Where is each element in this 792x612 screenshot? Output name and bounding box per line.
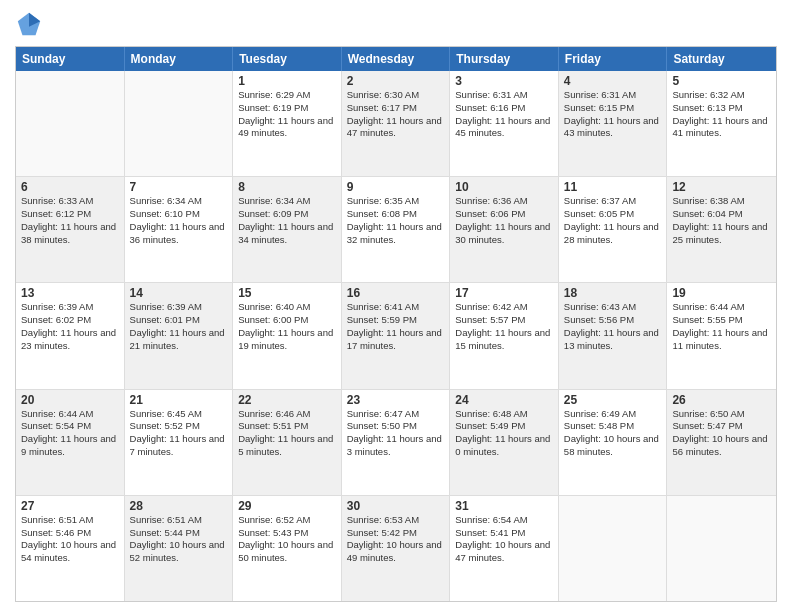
calendar-cell: 17Sunrise: 6:42 AMSunset: 5:57 PMDayligh… (450, 283, 559, 388)
calendar-cell: 3Sunrise: 6:31 AMSunset: 6:16 PMDaylight… (450, 71, 559, 176)
calendar-cell: 25Sunrise: 6:49 AMSunset: 5:48 PMDayligh… (559, 390, 668, 495)
day-number: 12 (672, 180, 771, 194)
day-number: 26 (672, 393, 771, 407)
day-number: 27 (21, 499, 119, 513)
daylight-text: Daylight: 10 hours and 58 minutes. (564, 433, 662, 459)
calendar-cell (559, 496, 668, 601)
sunset-text: Sunset: 6:15 PM (564, 102, 662, 115)
page: SundayMondayTuesdayWednesdayThursdayFrid… (0, 0, 792, 612)
calendar-cell: 9Sunrise: 6:35 AMSunset: 6:08 PMDaylight… (342, 177, 451, 282)
daylight-text: Daylight: 11 hours and 0 minutes. (455, 433, 553, 459)
calendar-cell (16, 71, 125, 176)
sunrise-text: Sunrise: 6:31 AM (564, 89, 662, 102)
daylight-text: Daylight: 11 hours and 9 minutes. (21, 433, 119, 459)
day-number: 7 (130, 180, 228, 194)
sunrise-text: Sunrise: 6:47 AM (347, 408, 445, 421)
sunrise-text: Sunrise: 6:49 AM (564, 408, 662, 421)
calendar-cell: 28Sunrise: 6:51 AMSunset: 5:44 PMDayligh… (125, 496, 234, 601)
sunset-text: Sunset: 6:05 PM (564, 208, 662, 221)
daylight-text: Daylight: 11 hours and 21 minutes. (130, 327, 228, 353)
day-number: 21 (130, 393, 228, 407)
day-number: 18 (564, 286, 662, 300)
sunset-text: Sunset: 6:01 PM (130, 314, 228, 327)
day-number: 9 (347, 180, 445, 194)
day-number: 31 (455, 499, 553, 513)
daylight-text: Daylight: 11 hours and 15 minutes. (455, 327, 553, 353)
daylight-text: Daylight: 11 hours and 17 minutes. (347, 327, 445, 353)
day-number: 8 (238, 180, 336, 194)
calendar-cell: 10Sunrise: 6:36 AMSunset: 6:06 PMDayligh… (450, 177, 559, 282)
header (15, 10, 777, 38)
sunrise-text: Sunrise: 6:41 AM (347, 301, 445, 314)
calendar-cell: 4Sunrise: 6:31 AMSunset: 6:15 PMDaylight… (559, 71, 668, 176)
sunrise-text: Sunrise: 6:43 AM (564, 301, 662, 314)
day-number: 10 (455, 180, 553, 194)
sunset-text: Sunset: 5:57 PM (455, 314, 553, 327)
sunrise-text: Sunrise: 6:30 AM (347, 89, 445, 102)
day-number: 30 (347, 499, 445, 513)
day-number: 15 (238, 286, 336, 300)
daylight-text: Daylight: 10 hours and 56 minutes. (672, 433, 771, 459)
calendar-cell: 21Sunrise: 6:45 AMSunset: 5:52 PMDayligh… (125, 390, 234, 495)
daylight-text: Daylight: 11 hours and 41 minutes. (672, 115, 771, 141)
sunrise-text: Sunrise: 6:40 AM (238, 301, 336, 314)
day-number: 19 (672, 286, 771, 300)
calendar-cell: 13Sunrise: 6:39 AMSunset: 6:02 PMDayligh… (16, 283, 125, 388)
daylight-text: Daylight: 11 hours and 5 minutes. (238, 433, 336, 459)
sunset-text: Sunset: 6:17 PM (347, 102, 445, 115)
sunrise-text: Sunrise: 6:33 AM (21, 195, 119, 208)
day-number: 29 (238, 499, 336, 513)
calendar-cell: 15Sunrise: 6:40 AMSunset: 6:00 PMDayligh… (233, 283, 342, 388)
calendar-cell: 31Sunrise: 6:54 AMSunset: 5:41 PMDayligh… (450, 496, 559, 601)
sunset-text: Sunset: 6:04 PM (672, 208, 771, 221)
calendar-cell (125, 71, 234, 176)
daylight-text: Daylight: 11 hours and 43 minutes. (564, 115, 662, 141)
calendar-cell: 11Sunrise: 6:37 AMSunset: 6:05 PMDayligh… (559, 177, 668, 282)
sunrise-text: Sunrise: 6:52 AM (238, 514, 336, 527)
sunrise-text: Sunrise: 6:32 AM (672, 89, 771, 102)
calendar-cell: 1Sunrise: 6:29 AMSunset: 6:19 PMDaylight… (233, 71, 342, 176)
daylight-text: Daylight: 11 hours and 25 minutes. (672, 221, 771, 247)
sunset-text: Sunset: 5:52 PM (130, 420, 228, 433)
sunset-text: Sunset: 5:47 PM (672, 420, 771, 433)
sunset-text: Sunset: 6:13 PM (672, 102, 771, 115)
sunrise-text: Sunrise: 6:44 AM (672, 301, 771, 314)
day-number: 1 (238, 74, 336, 88)
day-number: 28 (130, 499, 228, 513)
sunrise-text: Sunrise: 6:39 AM (130, 301, 228, 314)
day-number: 5 (672, 74, 771, 88)
sunrise-text: Sunrise: 6:31 AM (455, 89, 553, 102)
day-number: 16 (347, 286, 445, 300)
header-day-sunday: Sunday (16, 47, 125, 71)
sunrise-text: Sunrise: 6:51 AM (21, 514, 119, 527)
daylight-text: Daylight: 11 hours and 45 minutes. (455, 115, 553, 141)
day-number: 4 (564, 74, 662, 88)
daylight-text: Daylight: 10 hours and 50 minutes. (238, 539, 336, 565)
sunset-text: Sunset: 5:56 PM (564, 314, 662, 327)
sunrise-text: Sunrise: 6:36 AM (455, 195, 553, 208)
day-number: 17 (455, 286, 553, 300)
sunset-text: Sunset: 6:02 PM (21, 314, 119, 327)
calendar-cell: 14Sunrise: 6:39 AMSunset: 6:01 PMDayligh… (125, 283, 234, 388)
daylight-text: Daylight: 11 hours and 11 minutes. (672, 327, 771, 353)
sunrise-text: Sunrise: 6:42 AM (455, 301, 553, 314)
calendar-row-1: 6Sunrise: 6:33 AMSunset: 6:12 PMDaylight… (16, 176, 776, 282)
sunset-text: Sunset: 5:51 PM (238, 420, 336, 433)
day-number: 6 (21, 180, 119, 194)
daylight-text: Daylight: 10 hours and 52 minutes. (130, 539, 228, 565)
day-number: 14 (130, 286, 228, 300)
daylight-text: Daylight: 11 hours and 32 minutes. (347, 221, 445, 247)
day-number: 25 (564, 393, 662, 407)
calendar-cell: 29Sunrise: 6:52 AMSunset: 5:43 PMDayligh… (233, 496, 342, 601)
day-number: 22 (238, 393, 336, 407)
day-number: 3 (455, 74, 553, 88)
sunrise-text: Sunrise: 6:53 AM (347, 514, 445, 527)
logo (15, 10, 47, 38)
daylight-text: Daylight: 11 hours and 19 minutes. (238, 327, 336, 353)
calendar-row-3: 20Sunrise: 6:44 AMSunset: 5:54 PMDayligh… (16, 389, 776, 495)
sunset-text: Sunset: 5:42 PM (347, 527, 445, 540)
day-number: 23 (347, 393, 445, 407)
daylight-text: Daylight: 11 hours and 30 minutes. (455, 221, 553, 247)
sunset-text: Sunset: 6:00 PM (238, 314, 336, 327)
calendar-cell: 8Sunrise: 6:34 AMSunset: 6:09 PMDaylight… (233, 177, 342, 282)
